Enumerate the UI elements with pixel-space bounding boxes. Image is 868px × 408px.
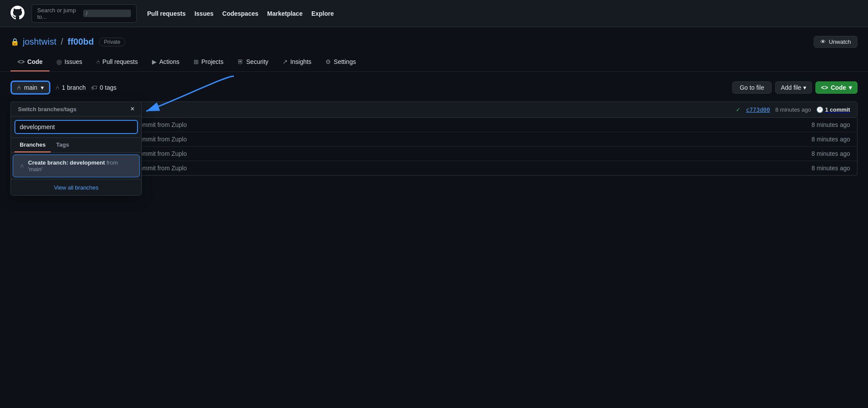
commit-time: 8 minutes ago [775,106,811,113]
chevron-down-icon: ▾ [41,84,44,91]
file-commit-msg: Initial commit from Zuplo [120,121,808,128]
settings-icon: ⚙ [325,58,331,65]
create-branch-label: Create branch: development from 'main' [28,159,132,172]
nav-codespaces[interactable]: Codespaces [222,10,258,17]
branch-search-input[interactable] [14,120,138,134]
search-placeholder: Search or jump to... [37,7,80,20]
nav-issues[interactable]: Issues [194,10,214,17]
file-time: 8 minutes ago [812,121,850,128]
tab-issues[interactable]: ◎ Issues [49,53,89,71]
commit-count-link[interactable]: 1 commit [825,106,850,113]
search-box[interactable]: Search or jump to... / [32,4,137,23]
file-time: 8 minutes ago [812,136,850,143]
repo-separator: / [61,37,64,47]
dropdown-title: Switch branches/tags [18,106,77,113]
nav-marketplace[interactable]: Marketplace [267,10,303,17]
nav-pull-requests[interactable]: Pull requests [147,10,186,17]
branch-count: ⑃ 1 branch [56,84,85,91]
security-icon: ⛨ [237,58,243,65]
create-branch-item[interactable]: ⑃ Create branch: development from 'main' [13,155,140,177]
unwatch-button[interactable]: 👁 Unwatch [814,36,857,48]
repo-name-link[interactable]: ff00bd [67,37,94,47]
code-icon: <> [18,58,25,65]
commit-sha-link[interactable]: c773d00 [746,106,770,113]
add-file-button[interactable]: Add file ▾ [775,81,812,94]
view-all-branches-link[interactable]: View all branches [54,184,99,191]
tab-projects[interactable]: ⊞ Projects [187,53,231,71]
issues-icon: ◎ [56,58,62,65]
commit-history: 🕐 1 commit [816,106,850,113]
branch-icon: ⑃ [17,84,21,91]
dropdown-close-button[interactable]: × [131,106,134,113]
code-button[interactable]: <> Code ▾ [815,81,857,94]
dropdown-footer: View all branches [11,179,141,195]
branch-button-wrapper: ⑃ main ▾ [11,81,50,95]
dropdown-search [11,116,141,138]
tab-actions[interactable]: ▶ Actions [145,53,187,71]
actions-icon: ▶ [152,58,157,65]
history-icon: 🕐 [816,106,823,113]
private-badge: Private [99,38,125,46]
projects-icon: ⊞ [194,58,199,65]
repo-header: 🔒 joshtwist / ff00bd Private 👁 Unwatch [0,27,868,48]
tags-tab[interactable]: Tags [51,138,74,152]
file-time: 8 minutes ago [812,165,850,172]
branch-selector-button[interactable]: ⑃ main ▾ [12,82,49,93]
branches-tab[interactable]: Branches [14,138,51,152]
code-button-icon: <> [821,84,828,91]
file-time: 8 minutes ago [812,150,850,157]
tag-icon: 🏷 [91,84,97,91]
main-content: ⑃ main ▾ ⑃ 1 branch 🏷 0 tags Go to file … [0,72,868,184]
main-nav: Pull requests Issues Codespaces Marketpl… [147,10,334,17]
tab-code[interactable]: <> Code [11,53,49,71]
repo-tab-bar: <> Code ◎ Issues ⑃ Pull requests ▶ Actio… [0,53,868,72]
dropdown-header: Switch branches/tags × [11,102,141,116]
github-logo[interactable] [11,6,25,21]
create-branch-icon: ⑃ [20,162,24,169]
right-actions: Go to file Add file ▾ <> Code ▾ [732,81,857,94]
site-header: Search or jump to... / Pull requests Iss… [0,0,868,27]
nav-explore[interactable]: Explore [311,10,334,17]
eye-icon: 👁 [820,39,826,45]
tab-settings[interactable]: ⚙ Settings [318,53,363,71]
dropdown-tabs: Branches Tags [11,138,141,153]
search-kbd: / [83,10,131,17]
tab-pull-requests[interactable]: ⑃ Pull requests [89,53,145,71]
branch-dropdown: Switch branches/tags × Branches Tags ⑃ C… [11,102,142,196]
insights-icon: ↗ [282,58,288,65]
file-commit-msg: Initial commit from Zuplo [120,150,808,157]
add-file-chevron-icon: ▾ [803,84,806,91]
tab-insights[interactable]: ↗ Insights [275,53,318,71]
code-chevron-icon: ▾ [849,84,852,91]
pr-icon: ⑃ [96,58,100,65]
lock-icon: 🔒 [11,38,19,46]
repo-owner-link[interactable]: joshtwist [23,37,56,47]
tab-security[interactable]: ⛨ Security [230,53,275,71]
go-to-file-button[interactable]: Go to file [732,81,772,94]
current-branch: main [24,84,37,91]
tag-count: 🏷 0 tags [91,84,116,91]
branch-tag-row: ⑃ main ▾ ⑃ 1 branch 🏷 0 tags Go to file … [11,81,857,95]
file-commit-msg: Initial commit from Zuplo [120,136,808,143]
branch-meta-icon: ⑃ [56,84,59,91]
commit-check-icon: ✓ [736,106,741,113]
file-commit-msg: Initial commit from Zuplo [120,165,808,172]
